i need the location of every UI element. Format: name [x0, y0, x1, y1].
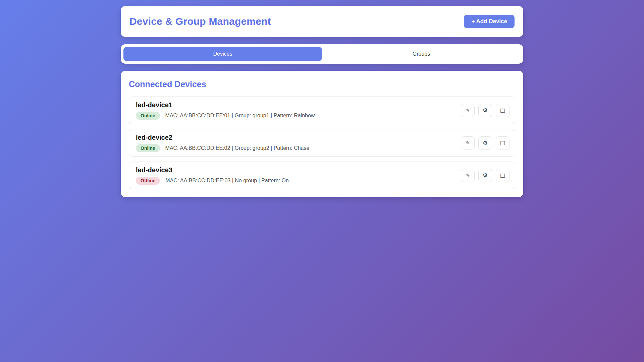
power-device-button[interactable]: □: [496, 169, 509, 182]
device-actions: ✏︎ ⚙︎ □: [461, 169, 509, 182]
panel-heading: Connected Devices: [129, 79, 515, 89]
device-name: led-device2: [136, 134, 309, 141]
device-name: led-device1: [136, 101, 315, 109]
device-card: led-device3 Offline MAC: AA:BB:CC:DD:EE:…: [129, 162, 515, 189]
device-details: led-device1 Online MAC: AA:BB:CC:DD:EE:0…: [136, 101, 315, 120]
device-meta: Offline MAC: AA:BB:CC:DD:EE:03 | No grou…: [136, 177, 289, 185]
tab-devices[interactable]: Devices: [123, 47, 322, 61]
device-details: led-device2 Online MAC: AA:BB:CC:DD:EE:0…: [136, 134, 309, 152]
gear-icon: ⚙︎: [483, 173, 488, 178]
device-card: led-device2 Online MAC: AA:BB:CC:DD:EE:0…: [129, 129, 515, 157]
device-card: led-device1 Online MAC: AA:BB:CC:DD:EE:0…: [129, 97, 515, 124]
device-name: led-device3: [136, 166, 289, 174]
edit-device-button[interactable]: ✏︎: [461, 136, 475, 149]
device-info: MAC: AA:BB:CC:DD:EE:01 | Group: group1 |…: [165, 113, 315, 119]
status-badge: Online: [136, 144, 160, 152]
gear-icon: ⚙︎: [483, 108, 488, 113]
settings-device-button[interactable]: ⚙︎: [478, 136, 492, 149]
status-badge: Offline: [136, 177, 160, 185]
device-actions: ✏︎ ⚙︎ □: [461, 104, 509, 117]
settings-device-button[interactable]: ⚙︎: [478, 104, 492, 117]
device-actions: ✏︎ ⚙︎ □: [461, 136, 509, 149]
device-info: MAC: AA:BB:CC:DD:EE:02 | Group: group2 |…: [165, 145, 310, 151]
connected-devices-panel: Connected Devices led-device1 Online MAC…: [121, 71, 523, 197]
square-icon: □: [500, 173, 505, 178]
page-container: Device & Group Management + Add Device D…: [121, 0, 523, 197]
device-details: led-device3 Offline MAC: AA:BB:CC:DD:EE:…: [136, 166, 289, 185]
pencil-icon: ✏︎: [465, 107, 471, 113]
device-meta: Online MAC: AA:BB:CC:DD:EE:01 | Group: g…: [136, 112, 315, 120]
power-device-button[interactable]: □: [496, 104, 509, 117]
edit-device-button[interactable]: ✏︎: [461, 104, 475, 117]
pencil-icon: ✏︎: [465, 172, 471, 178]
device-info: MAC: AA:BB:CC:DD:EE:03 | No group | Patt…: [165, 178, 289, 184]
add-device-button[interactable]: + Add Device: [464, 15, 515, 28]
status-badge: Online: [136, 112, 160, 120]
header-card: Device & Group Management + Add Device: [121, 6, 523, 37]
tab-bar: Devices Groups: [121, 44, 523, 64]
square-icon: □: [500, 108, 505, 113]
gear-icon: ⚙︎: [483, 140, 488, 146]
page-title: Device & Group Management: [129, 16, 271, 27]
pencil-icon: ✏︎: [465, 140, 471, 146]
square-icon: □: [500, 140, 505, 145]
tab-groups[interactable]: Groups: [322, 47, 521, 61]
settings-device-button[interactable]: ⚙︎: [478, 169, 492, 182]
device-meta: Online MAC: AA:BB:CC:DD:EE:02 | Group: g…: [136, 144, 309, 152]
device-list: led-device1 Online MAC: AA:BB:CC:DD:EE:0…: [129, 97, 515, 189]
edit-device-button[interactable]: ✏︎: [461, 169, 475, 182]
power-device-button[interactable]: □: [496, 136, 509, 149]
